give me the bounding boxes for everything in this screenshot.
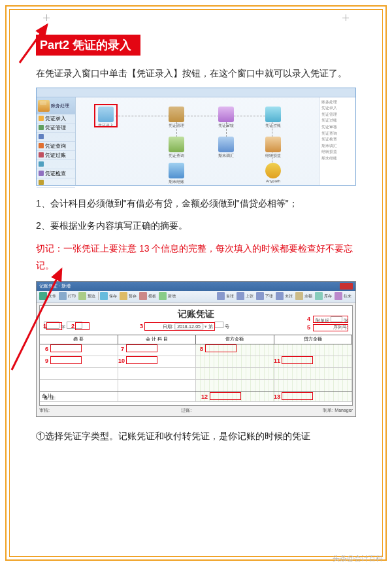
warning-text: 切记：一张凭证上要注意 13 个信息的完整，每次填入的时候都要检查好不要忘记。 [36,240,356,275]
sidebar-item[interactable]: 凭证检查 [37,169,75,178]
flow-node[interactable]: Anypath [264,163,282,183]
table-header: 摘 要 会 计 科 目 借方金额 贷方金额 [40,335,352,344]
flow-node[interactable]: 期末调汇 [217,137,235,159]
window-title: 记账凭证 · 新增 [39,283,71,290]
toolbar-icon[interactable] [159,292,167,300]
title-part: Part2 [40,39,69,52]
col-account: 会 计 科 目 [118,335,197,344]
annotation-box [50,356,82,364]
flow-node[interactable]: 凭证管理 [167,107,186,129]
flow-node[interactable]: 凭证过账 [264,107,282,129]
ss1-titlebar [37,88,355,97]
content-frame: Part2 凭证的录入 在凭证录入窗口中单击【凭证录入】按钮，在这个窗口中就可以… [9,9,383,557]
table-row[interactable] [40,344,352,356]
sidebar-item[interactable] [37,160,75,169]
voucher-status-bar: 审核: 过账: 制单: Manager [39,407,353,415]
toolbar: 文件 打印 预览 保存 暂存 模板 新增 首张 上张 下张 末张 余额 库存 往… [37,291,355,303]
annotation-box [126,356,157,364]
node-icon [169,107,184,122]
toolbar-icon[interactable] [237,292,244,300]
toolbar-icon[interactable] [120,292,127,300]
toolbar-icon[interactable] [59,292,67,300]
col-debit: 借方金额 [196,335,274,344]
post-label: 过账: [181,407,191,415]
table-row[interactable] [40,380,352,391]
annotation-num: 10 [118,358,125,364]
col-credit: 贷方金额 [274,335,353,344]
crop-mark [342,14,349,21]
sidebar-item[interactable]: 凭证过账 [37,151,75,160]
ss1-sidebar: 账务处理 凭证录入 凭证管理 凭证查询 凭证过账 凭证检查 [37,97,76,185]
annotation-box [126,344,157,352]
folder-icon [38,100,50,112]
maker-label: 制单: Manager [323,407,353,415]
close-icon[interactable] [340,283,353,290]
ss1-flowchart: 凭证录入 凭证管理 凭证审核 凭证过账 凭证查询 期末调汇 结转损益 期末结账 … [76,97,319,185]
toolbar-icon[interactable] [217,292,225,300]
flow-node[interactable]: 期末结账 [167,163,186,185]
highlight-box [94,104,118,127]
table-row[interactable] [40,368,352,380]
sidebar-item[interactable] [37,178,75,188]
app-screenshot-2: 记账凭证 · 新增 文件 打印 预览 保存 暂存 模板 新增 首张 上张 下张 … [36,281,356,417]
annotation-box [46,322,62,330]
annotation-num: 11 [274,358,280,364]
ss1-right-panel: 账务处理 凭证录入 凭证管理 凭证过账 凭证审核 凭证查询 凭证检查 期末调汇 … [319,97,355,185]
annotation-box [282,356,313,364]
annotation-num: 4 [307,316,310,322]
watermark: 头条@会计百科 [333,554,383,563]
auditor-label: 审核: [39,407,50,415]
toolbar-icon[interactable] [295,292,303,300]
annotation-box [210,392,241,400]
sidebar-item[interactable]: 凭证查询 [37,142,75,151]
toolbar-icon[interactable] [256,292,264,300]
node-icon [265,107,281,122]
toolbar-icon[interactable] [100,292,108,300]
flow-node[interactable]: 凭证审核 [217,107,235,129]
annotation-num: 5 [307,324,310,331]
annotation-num: 8 [200,346,203,352]
sidebar-title: 账务处理 [51,103,69,109]
flow-node[interactable]: 结转损益 [264,137,282,159]
toolbar-icon[interactable] [139,292,147,300]
list-item-1: 1、会计科目必须做到"有借必有贷，金额必须做到"借贷必相等"； [36,195,356,212]
sidebar-header: 账务处理 [37,97,75,114]
flow-node[interactable]: 凭证查询 [167,137,186,159]
intro-paragraph: 在凭证录入窗口中单击【凭证录入】按钮，在这个窗口中就可以录入凭证了。 [36,65,356,82]
app-screenshot-1: 账务处理 凭证录入 凭证管理 凭证查询 凭证过账 凭证检查 凭证录入 凭证管理 … [36,88,356,186]
crop-mark [43,14,50,21]
sidebar-item[interactable]: 凭证管理 [37,124,75,133]
toolbar-icon[interactable] [276,292,284,300]
toolbar-icon[interactable] [335,292,342,300]
annotation-num: 3 [140,323,143,329]
annotation-num: 2 [71,323,74,329]
annotation-num: 13 [274,393,280,400]
node-icon [169,163,184,178]
col-summary: 摘 要 [40,335,118,344]
annotation-box [144,322,215,331]
toolbar-icon[interactable] [315,292,323,300]
annotation-num: 7 [121,346,124,352]
annotation-box [282,392,313,400]
node-icon [218,137,234,152]
annotation-box [75,322,90,330]
annotation-box [313,316,348,323]
annotation-num: 6 [45,346,48,352]
sidebar-item[interactable]: 凭证录入 [37,114,75,124]
section-title: Part2 凭证的录入 [36,35,140,56]
annotation-num: 12 [201,393,208,400]
voucher-form: 记账凭证 字 日期: 2018-12-05 ▾ 第 号 附单据 [39,305,353,406]
list-item-2: 2、要根据业务内容填写正确的摘要。 [36,217,356,235]
annotation-box [313,324,348,331]
title-text: 凭证的录入 [73,39,131,52]
node-icon [218,107,234,122]
sidebar-item[interactable] [37,133,75,142]
footnote-1: ①选择凭证字类型。记账凭证和收付转凭证，是你记账的时候的凭证 [36,427,356,445]
anypath-icon [265,163,281,178]
window-titlebar: 记账凭证 · 新增 [37,282,355,291]
annotation-num: 9 [45,358,48,364]
toolbar-icon[interactable] [39,292,47,300]
toolbar-icon[interactable] [78,292,86,300]
annotation-box [205,344,237,352]
annotation-box [50,344,82,352]
